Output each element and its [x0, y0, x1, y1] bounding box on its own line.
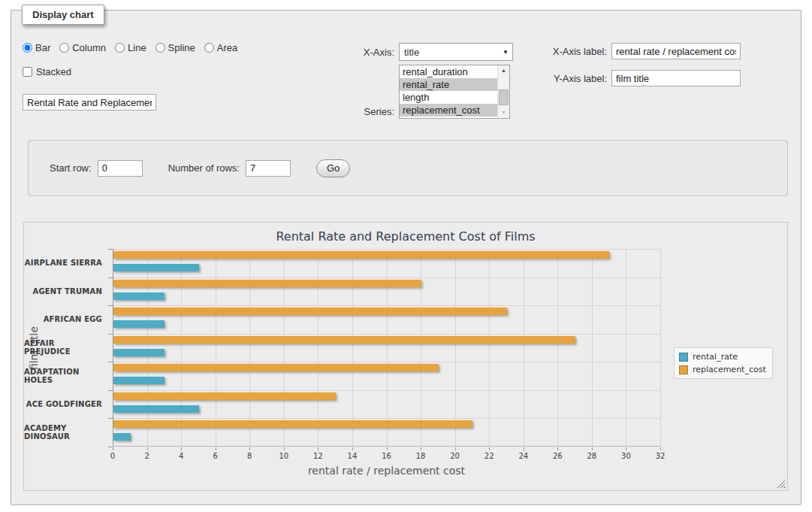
chart-type-option-area: Area: [204, 42, 237, 53]
x-tick-mark: [524, 447, 524, 450]
legend-item-rental_rate[interactable]: rental_rate: [679, 352, 766, 362]
x-tick-label: 30: [616, 452, 635, 460]
series-option-length[interactable]: length: [400, 91, 497, 104]
x-tick-mark: [147, 447, 148, 450]
x-tick-mark: [284, 447, 285, 450]
series-option-replacement_cost[interactable]: replacement_cost: [400, 104, 497, 117]
stacked-checkbox[interactable]: [23, 67, 32, 77]
x-tick-label: 10: [274, 452, 294, 460]
bar-rental_rate: [113, 320, 165, 328]
x-tick-label: 6: [206, 452, 225, 460]
grid-line-vertical: [284, 249, 285, 446]
y-tick-mark: [108, 418, 113, 419]
stacked-row: Stacked: [23, 66, 71, 77]
series-option-rental_rate[interactable]: rental_rate: [400, 78, 497, 91]
grid-line-horizontal: [113, 418, 660, 419]
chart-title-input[interactable]: [23, 94, 156, 111]
chart-type-option-column: Column: [59, 42, 106, 53]
start-row-input[interactable]: [98, 160, 143, 177]
scrollbar-up-icon[interactable]: ▲: [498, 65, 509, 76]
grid-line-horizontal: [113, 390, 660, 391]
grid-line-vertical: [524, 249, 524, 446]
chart-type-radio-bar[interactable]: [23, 43, 32, 53]
grid-line-vertical: [660, 249, 661, 446]
grid-line-vertical: [249, 249, 250, 446]
x-tick-mark: [387, 447, 388, 450]
bar-replacement_cost: [113, 336, 575, 344]
x-tick-mark: [113, 447, 113, 450]
bar-replacement_cost: [113, 420, 472, 428]
grid-line-horizontal: [113, 362, 660, 362]
start-row-label: Start row:: [50, 162, 92, 174]
chart-type-label: Spline: [168, 42, 195, 53]
dropdown-arrow-icon: ▼: [503, 50, 509, 56]
x-axis-title: rental rate / replacement cost: [113, 465, 660, 477]
x-tick-label: 4: [171, 452, 191, 460]
legend-label: replacement_cost: [693, 365, 766, 374]
display-chart-fieldset: Display chart BarColumnLineSplineArea St…: [11, 10, 801, 505]
x-tick-label: 18: [411, 452, 430, 460]
bar-replacement_cost: [113, 308, 507, 315]
x-tick-label: 32: [651, 452, 670, 460]
fieldset-legend: Display chart: [22, 5, 104, 25]
series-label-text: Series:: [323, 106, 394, 117]
x-tick-label: 12: [308, 452, 328, 460]
x-axis-select[interactable]: title ▼: [399, 43, 513, 61]
y-tick-mark: [108, 334, 113, 335]
x-tick-label: 22: [479, 452, 499, 460]
bar-replacement_cost: [113, 364, 439, 371]
x-tick-mark: [592, 447, 593, 450]
go-button[interactable]: Go: [316, 159, 350, 177]
series-options: rental_durationrental_ratelengthreplacem…: [400, 65, 497, 118]
chart-type-radio-area[interactable]: [204, 43, 214, 53]
category-label: ADAPTATION HOLES: [24, 362, 109, 390]
category-label: AFRICAN EGG: [24, 305, 109, 334]
series-listbox[interactable]: rental_durationrental_ratelengthreplacem…: [399, 65, 510, 119]
grid-line-horizontal: [113, 277, 660, 278]
grid-line-vertical: [352, 249, 353, 446]
chart-type-group: BarColumnLineSplineArea: [23, 42, 237, 53]
y-tick-mark: [108, 305, 113, 306]
y-axis-label-caption: Y-Axis label:: [536, 73, 607, 84]
scrollbar-thumb[interactable]: [499, 89, 509, 105]
legend-label: rental_rate: [693, 352, 738, 362]
y-axis-label-input[interactable]: [611, 70, 741, 86]
x-axis-row: X-Axis: title ▼: [323, 43, 513, 61]
stacked-label: Stacked: [36, 66, 71, 77]
legend-swatch: [679, 353, 688, 362]
x-tick-mark: [352, 447, 353, 450]
legend-item-replacement_cost[interactable]: replacement_cost: [679, 365, 766, 374]
number-of-rows-label: Number of rows:: [168, 162, 240, 174]
series-option-rental_duration[interactable]: rental_duration: [400, 65, 497, 78]
grid-line-horizontal: [113, 305, 660, 306]
resize-handle-icon[interactable]: [777, 480, 785, 488]
chart-type-radio-spline[interactable]: [155, 43, 165, 53]
chart-type-label: Area: [217, 42, 237, 53]
bar-replacement_cost: [113, 251, 609, 259]
x-tick-label: 26: [548, 452, 567, 460]
chart-type-option-spline: Spline: [155, 42, 195, 53]
chart-panel: Rental Rate and Replacement Cost of Film…: [23, 222, 788, 491]
bar-replacement_cost: [113, 392, 336, 400]
chart-legend: rental_ratereplacement_cost: [674, 347, 773, 379]
x-axis-label-input[interactable]: [611, 43, 741, 59]
x-tick-mark: [216, 447, 216, 450]
bar-replacement_cost: [113, 280, 421, 287]
grid-line-horizontal: [113, 334, 660, 335]
x-tick-mark: [626, 447, 626, 450]
bar-rental_rate: [113, 349, 165, 356]
bar-rental_rate: [113, 377, 165, 384]
grid-line-vertical: [318, 249, 318, 446]
listbox-scrollbar[interactable]: ▲ ▼: [497, 65, 509, 118]
scrollbar-down-icon[interactable]: ▼: [498, 108, 509, 118]
x-tick-label: 0: [103, 452, 122, 460]
bar-rental_rate: [113, 405, 199, 413]
x-tick-label: 8: [240, 452, 259, 460]
number-of-rows-input[interactable]: [246, 160, 291, 177]
grid-line-vertical: [216, 249, 216, 446]
chart-type-radio-line[interactable]: [115, 43, 125, 53]
x-tick-label: 14: [343, 452, 362, 460]
category-label: ACE GOLDFINGER: [24, 390, 109, 419]
x-tick-label: 28: [582, 452, 602, 460]
chart-type-radio-column[interactable]: [59, 43, 69, 53]
